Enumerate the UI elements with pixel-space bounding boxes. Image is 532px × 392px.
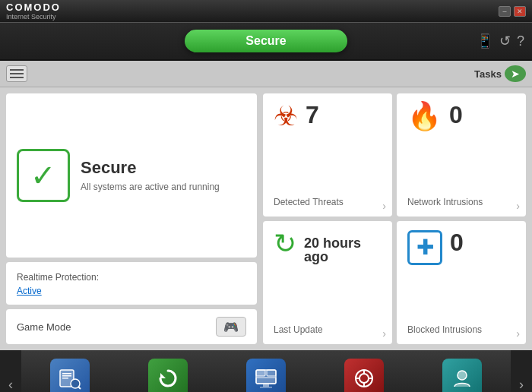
intrusions-label: Network Intrusions <box>407 197 515 207</box>
protection-label: Realtime Protection: <box>17 272 99 283</box>
svg-point-14 <box>359 374 369 383</box>
brand-subtitle: Internet Security <box>6 13 61 21</box>
update-top: ↻ 20 hours ago <box>274 230 382 264</box>
blocked-label: Blocked Intrusions <box>407 324 515 335</box>
refresh-icon[interactable]: ↺ <box>499 33 511 49</box>
svg-line-5 <box>78 387 81 389</box>
help-icon[interactable]: ? <box>517 33 524 49</box>
intrusions-count: 0 <box>449 103 463 127</box>
header-icons: 📱 ↺ ? <box>477 33 524 49</box>
nav-item-virtual-desktop[interactable]: Virtual Desktop <box>232 359 300 392</box>
scan-icon <box>50 359 90 392</box>
svg-rect-8 <box>256 370 265 376</box>
gamemode-card: Game Mode 🎮 <box>6 309 257 344</box>
svg-point-19 <box>458 371 467 380</box>
svg-rect-12 <box>260 387 272 388</box>
biohazard-icon: ☣ <box>274 103 298 130</box>
virtual-desktop-icon <box>246 359 286 392</box>
nav-item-scan[interactable]: Scan <box>36 359 104 392</box>
tasks-arrow-icon: ➤ <box>505 65 526 82</box>
nav-left-arrow[interactable]: ‹ <box>0 350 21 392</box>
gamemode-label: Game Mode <box>17 321 71 333</box>
blocked-arrow-icon: › <box>516 327 520 340</box>
main-toolbar: Tasks ➤ <box>0 61 532 87</box>
mobile-icon[interactable]: 📱 <box>477 33 493 49</box>
blocked-intrusions-card: ✚ 0 Blocked Intrusions › <box>397 221 526 344</box>
logo-brand-text: COMODO Internet Security <box>6 2 61 21</box>
live-support-icon <box>442 359 482 392</box>
update-icon <box>148 359 188 392</box>
update-cycle-icon: ↻ <box>274 230 296 258</box>
threats-count: 7 <box>306 103 319 127</box>
update-arrow-icon: › <box>382 327 386 340</box>
menu-button[interactable] <box>6 65 27 82</box>
svg-rect-3 <box>62 378 68 379</box>
protection-status-link[interactable]: Active <box>17 286 42 296</box>
bottom-nav-items: Scan Update Vi <box>21 350 511 392</box>
nav-item-live-support[interactable]: Get Live Support <box>428 359 496 392</box>
right-panel: ☣ 7 Detected Threats › 🔥 0 Network Intru… <box>263 93 526 344</box>
last-update-label: Last Update <box>274 324 382 335</box>
blocked-plus-icon: ✚ <box>407 230 442 265</box>
fire-icon: 🔥 <box>407 103 442 130</box>
threats-arrow-icon: › <box>382 200 386 212</box>
checkmark-icon: ✓ <box>30 160 56 191</box>
last-update-value: 20 hours ago <box>304 236 382 264</box>
hamburger-line-2 <box>10 73 24 74</box>
status-text-block: Secure All systems are active and runnin… <box>81 158 220 194</box>
intrusions-top: 🔥 0 <box>407 103 515 130</box>
tasks-label: Tasks <box>474 68 502 80</box>
network-intrusions-card: 🔥 0 Network Intrusions › <box>397 93 526 217</box>
app-logo: COMODO Internet Security <box>6 2 61 21</box>
svg-rect-2 <box>62 375 71 377</box>
protection-card: Realtime Protection: Active <box>6 262 257 305</box>
status-icon-box: ✓ <box>17 149 70 202</box>
svg-rect-9 <box>267 370 276 376</box>
gamemode-icon[interactable]: 🎮 <box>216 317 246 337</box>
hamburger-line-3 <box>10 77 24 78</box>
status-title: Secure <box>81 158 220 178</box>
detected-threats-card: ☣ 7 Detected Threats › <box>263 93 392 217</box>
quarantine-icon <box>344 359 384 392</box>
intrusions-arrow-icon: › <box>516 200 520 212</box>
last-update-card: ↻ 20 hours ago Last Update › <box>263 221 392 344</box>
svg-marker-6 <box>160 373 166 378</box>
close-button[interactable]: ✕ <box>514 6 526 17</box>
main-content: ✓ Secure All systems are active and runn… <box>0 87 532 350</box>
threats-top: ☣ 7 <box>274 103 382 130</box>
threats-label: Detected Threats <box>274 197 382 207</box>
toolbar-left <box>6 65 27 82</box>
minimize-button[interactable]: – <box>499 6 511 17</box>
status-pill: Secure <box>185 30 347 52</box>
left-panel: ✓ Secure All systems are active and runn… <box>6 93 257 344</box>
tasks-button[interactable]: Tasks ➤ <box>474 65 526 82</box>
bottom-nav-bar: ‹ Scan Update <box>0 350 532 392</box>
blocked-top: ✚ 0 <box>407 230 515 265</box>
svg-rect-11 <box>263 384 269 387</box>
app-header: Secure 📱 ↺ ? <box>0 23 532 61</box>
status-card: ✓ Secure All systems are active and runn… <box>6 93 257 258</box>
nav-item-update[interactable]: Update <box>134 359 202 392</box>
titlebar: COMODO Internet Security – ✕ <box>0 0 532 23</box>
status-description: All systems are active and running <box>81 181 220 194</box>
nav-item-view-quarantine[interactable]: View Quarantine <box>330 359 398 392</box>
window-controls: – ✕ <box>499 6 526 17</box>
blocked-count: 0 <box>450 230 464 254</box>
brand-name: COMODO <box>6 2 61 13</box>
hamburger-line-1 <box>10 69 24 71</box>
svg-rect-1 <box>62 373 71 375</box>
nav-right-arrow[interactable]: › <box>511 350 532 392</box>
svg-rect-10 <box>256 378 276 384</box>
